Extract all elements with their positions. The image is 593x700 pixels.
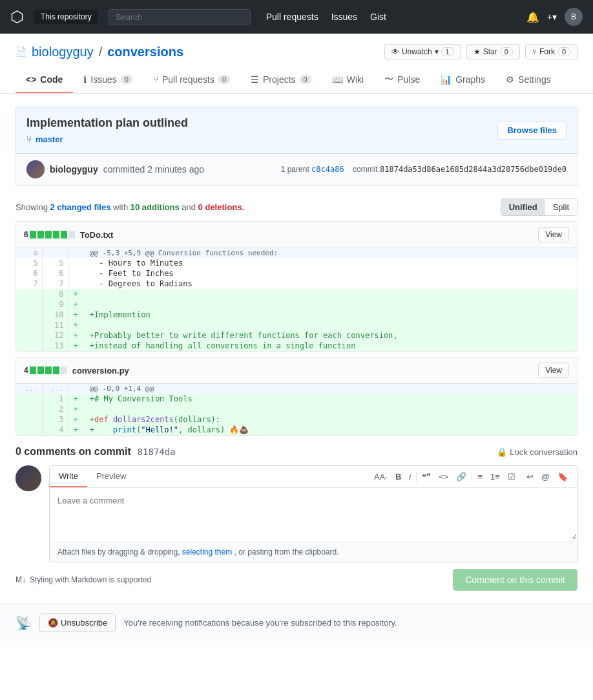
- browse-files-button[interactable]: Browse files: [497, 121, 567, 140]
- add-block-2: [37, 231, 44, 239]
- view-file-todo-button[interactable]: View: [538, 227, 569, 242]
- table-row: 10 + +Implemention: [16, 310, 577, 320]
- tab-graphs[interactable]: 📊 Graphs: [430, 67, 495, 93]
- diff-stats-text: Showing 2 changed files with 10 addition…: [16, 202, 244, 212]
- lock-conversation-button[interactable]: 🔒 Lock conversation: [497, 447, 577, 457]
- file-additions-count: 6: [24, 230, 75, 239]
- unordered-list-button[interactable]: ≡: [475, 471, 485, 483]
- notification-text: You're receiving notifications because y…: [123, 618, 397, 628]
- graphs-icon: 📊: [441, 74, 452, 85]
- avatar-initial: B: [571, 12, 576, 21]
- tab-wiki[interactable]: 📖 Wiki: [322, 67, 374, 93]
- avatar[interactable]: B: [565, 8, 583, 26]
- heading-button[interactable]: AA·: [371, 471, 390, 483]
- file-diff-header-todo: 6 ToDo.txt View: [16, 222, 577, 248]
- fork-button[interactable]: ⑂ Fork 0: [525, 44, 577, 59]
- table-row: 4 + + print("Hello!", dollars) 🔥💩: [16, 425, 577, 435]
- file-additions-count-conversion: 4: [24, 366, 67, 375]
- tab-code[interactable]: <> Code: [16, 67, 73, 93]
- repo-context-label: This repository: [34, 10, 98, 24]
- add-block-c1: [30, 366, 36, 374]
- commit-meta: biologyguy committed 2 minutes ago 1 par…: [16, 154, 577, 186]
- site-header: ⬡ This repository Pull requests Issues G…: [0, 0, 593, 34]
- view-file-conversion-button[interactable]: View: [538, 363, 569, 378]
- unified-view-button[interactable]: Unified: [501, 199, 545, 215]
- repo-name-link[interactable]: conversions: [107, 45, 183, 59]
- add-block-1: [30, 231, 36, 239]
- tab-settings[interactable]: ⚙ Settings: [495, 67, 561, 93]
- diff-stats-bar: Showing 2 changed files with 10 addition…: [16, 198, 577, 216]
- reference-button[interactable]: 🔖: [555, 471, 570, 483]
- commit-author-avatar: [26, 160, 45, 178]
- header-actions: 🔔 +▾ B: [526, 8, 583, 26]
- changed-files-link[interactable]: 2 changed files: [50, 202, 111, 212]
- tab-preview[interactable]: Preview: [87, 466, 135, 487]
- table-row: 6 6 - Feet to Inches: [16, 268, 577, 279]
- projects-icon: ☰: [251, 74, 259, 85]
- mention-button[interactable]: @: [539, 471, 552, 483]
- fork-icon: ⑂: [532, 47, 537, 56]
- table-row: 8 +: [16, 289, 577, 299]
- bell-off-icon: 🔕: [48, 618, 58, 628]
- markdown-support-label: M↓ Styling with Markdown is supported: [16, 575, 151, 584]
- unsubscribe-button[interactable]: 🔕 Unsubscribe: [39, 613, 116, 632]
- commit-author: biologyguy: [50, 164, 98, 175]
- link-button[interactable]: 🔗: [453, 471, 469, 483]
- nav-issues[interactable]: Issues: [331, 12, 357, 22]
- table-row: 1 + +# My Conversion Tools: [16, 394, 577, 404]
- tab-pulse[interactable]: 〜 Pulse: [374, 67, 430, 93]
- select-files-link[interactable]: selecting them: [182, 547, 232, 557]
- table-row: 9 +: [16, 299, 577, 310]
- issues-icon: ℹ: [83, 74, 87, 85]
- branch-icon: ⑂: [26, 134, 32, 144]
- search-input[interactable]: [109, 9, 251, 25]
- nav-gist[interactable]: Gist: [370, 12, 386, 22]
- nav-pull-requests[interactable]: Pull requests: [266, 12, 318, 22]
- tab-pull-requests[interactable]: ⑂ Pull requests 0: [143, 67, 240, 93]
- wiki-icon: 📖: [332, 74, 343, 85]
- file-diff-header-conversion: 4 conversion.py View: [16, 357, 577, 384]
- comment-form: Write Preview AA· B i ❝❞ <> 🔗 ≡ 1≡ ☑ ↩: [16, 465, 577, 562]
- markdown-icon: M↓: [16, 575, 26, 584]
- task-list-button[interactable]: ☑: [505, 471, 518, 483]
- submit-comment-button[interactable]: Comment on this commit: [453, 569, 577, 591]
- split-view-button[interactable]: Split: [545, 199, 577, 215]
- diff-view-toggle: Unified Split: [501, 198, 577, 216]
- commit-parent-info: 1 parent c8c4a86 commit 81874da53d86ae16…: [281, 165, 567, 174]
- parent-hash-link[interactable]: c8c4a86: [311, 165, 344, 174]
- code-button[interactable]: <>: [436, 471, 451, 483]
- code-icon: <>: [26, 74, 36, 85]
- expand-icon[interactable]: ⚙: [34, 249, 38, 257]
- separator-1: [416, 472, 417, 482]
- ordered-list-button[interactable]: 1≡: [488, 471, 503, 483]
- github-logo[interactable]: ⬡: [10, 8, 24, 26]
- table-row: 3 + +def dollars2cents(dollars):: [16, 414, 577, 425]
- antenna-icon: 📡: [16, 615, 32, 631]
- table-row: 5 5 - Hours to Minutes: [16, 258, 577, 268]
- tab-projects[interactable]: ☰ Projects 0: [240, 67, 322, 93]
- additions-number: 6: [24, 230, 28, 239]
- add-block-c4: [53, 366, 59, 374]
- commenter-avatar: [16, 465, 41, 491]
- bold-button[interactable]: B: [393, 471, 404, 483]
- hunk-header: ⚙ @@ -5,3 +5,9 @@ Conversion functions n…: [16, 248, 577, 258]
- quote-button[interactable]: ❝❞: [419, 471, 433, 483]
- notifications-icon[interactable]: 🔔: [526, 11, 539, 23]
- comment-textarea[interactable]: [50, 488, 577, 540]
- star-button[interactable]: ★ Star 0: [466, 44, 520, 59]
- tab-issues[interactable]: ℹ Issues 0: [73, 67, 143, 93]
- add-block-empty-c1: [61, 366, 67, 374]
- branch-link[interactable]: master: [36, 134, 63, 144]
- tab-write[interactable]: Write: [50, 466, 87, 487]
- repo-owner-link[interactable]: biologyguy: [32, 45, 94, 59]
- lock-icon: 🔒: [497, 447, 507, 457]
- undo-button[interactable]: ↩: [524, 471, 536, 483]
- settings-icon: ⚙: [506, 74, 514, 85]
- unwatch-button[interactable]: 👁 Unwatch ▾ 1: [384, 44, 461, 59]
- italic-button[interactable]: i: [406, 471, 413, 483]
- notification-footer: 📡 🔕 Unsubscribe You're receiving notific…: [0, 604, 593, 641]
- create-menu[interactable]: +▾: [547, 12, 557, 22]
- repo-nav: <> Code ℹ Issues 0 ⑂ Pull requests 0 ☰ P…: [16, 67, 577, 93]
- table-row: 2 +: [16, 404, 577, 414]
- repo-title-row: 📄 biologyguy / conversions 👁 Unwatch ▾ 1…: [16, 44, 577, 59]
